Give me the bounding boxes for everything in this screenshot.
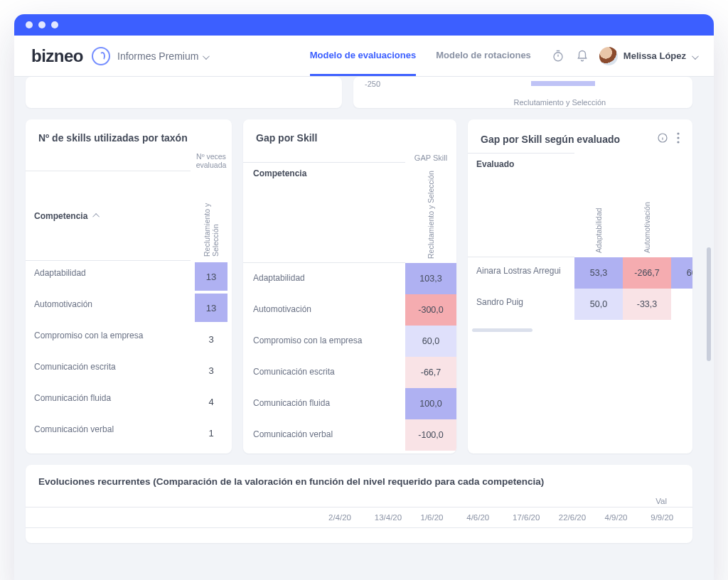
row-cell: 4 — [191, 386, 232, 417]
col-gap-group-top: GAP Skill — [405, 151, 456, 162]
vertical-scrollbar[interactable] — [707, 247, 711, 361]
browser-window: bizneo Informes Premium Modelo de evalua… — [14, 14, 714, 580]
user-name: Melissa López — [623, 50, 686, 61]
row-cell: 60,0 — [405, 326, 456, 357]
content-area: -250 Reclutamiento y Selección Nº de ski… — [14, 77, 714, 580]
col-header: Adaptabilidad — [594, 157, 603, 253]
row-cell: 1 — [191, 417, 232, 449]
col-group-header: Reclutamiento y Selección — [203, 175, 220, 257]
date-header: 17/6/20 — [508, 508, 555, 528]
date-header: 13/4/20 — [370, 508, 417, 528]
top-partial-row: -250 Reclutamiento y Selección — [14, 77, 704, 108]
user-menu[interactable]: Melissa López — [599, 47, 697, 65]
col-competencia-header: Competencia — [243, 162, 405, 263]
col-header: Automotivación — [643, 157, 651, 253]
svg-point-3 — [677, 136, 679, 139]
row-cell: 100,0 — [405, 388, 456, 419]
app-header: bizneo Informes Premium Modelo de evalua… — [14, 36, 714, 77]
row-label: Compromiso con la empresa — [26, 323, 191, 355]
card-title: Nº de skills utilizadas por taxón — [38, 132, 188, 144]
bottom-section: Evoluciones recurrentes (Comparación de … — [26, 465, 692, 543]
tab-rotaciones[interactable]: Modelo de rotaciones — [436, 36, 531, 76]
card-title: Gap por Skill — [256, 132, 317, 144]
row-cell: 3 — [191, 355, 232, 386]
card-skills-por-taxon: Nº de skills utilizadas por taxón Nº vec… — [26, 119, 232, 453]
card-gap-evaluado: Gap por Skill según evaluado Evaluado — [468, 119, 692, 453]
date-header: 9/9/20 — [646, 508, 692, 528]
row-label: Comunicación escrita — [26, 355, 191, 386]
premium-chart-icon — [92, 47, 110, 65]
svg-point-2 — [677, 132, 679, 134]
date-header: 2/4/20 — [324, 508, 370, 528]
row-cell: 0 — [671, 289, 692, 320]
header-icons: Melissa López — [551, 47, 697, 65]
row-cell: -66,7 — [405, 357, 456, 388]
row-cell: 60,0 — [671, 257, 692, 289]
bell-icon[interactable] — [575, 49, 589, 63]
date-header: 4/6/20 — [462, 508, 508, 528]
row-cell: -266,7 — [623, 257, 671, 289]
row-name: Sandro Puig — [468, 289, 574, 320]
mini-legend-label: Reclutamiento y Selección — [514, 98, 606, 107]
row-label: Adaptabilidad — [26, 261, 191, 292]
svg-point-4 — [677, 141, 679, 143]
logo: bizneo — [31, 46, 83, 66]
row-label: Comunicación fluida — [26, 386, 191, 417]
row-cell — [405, 451, 456, 453]
col-count-header: Nº veces evaluada — [191, 151, 232, 171]
window-dot[interactable] — [38, 21, 46, 28]
window-dot[interactable] — [26, 21, 33, 28]
col-evaluado-header: Evaluado — [468, 153, 574, 257]
row-cell: 13 — [191, 261, 232, 292]
date-header: 22/6/20 — [555, 508, 601, 528]
report-selector[interactable]: Informes Premium — [117, 50, 208, 62]
mini-bar — [531, 81, 595, 86]
row-label: Adaptabilidad — [243, 263, 405, 294]
tab-evaluaciones[interactable]: Modelo de evaluaciones — [310, 36, 417, 76]
table-gap-skill: GAP Skill Competencia Reclutamiento y Se… — [243, 151, 456, 453]
report-selector-label: Informes Premium — [117, 50, 198, 62]
row-label: Escucha activa — [243, 451, 405, 453]
horizontal-scrollbar[interactable] — [472, 328, 532, 332]
model-tabs: Modelo de evaluaciones Modelo de rotacio… — [310, 36, 531, 76]
top-card-right: -250 Reclutamiento y Selección — [353, 77, 692, 108]
card-evoluciones: Evoluciones recurrentes (Comparación de … — [26, 465, 692, 543]
row-cell: -100,0 — [405, 419, 456, 451]
table-gap-evaluado: Evaluado Adaptabilidad Automotivación Co… — [468, 153, 692, 320]
more-icon[interactable] — [677, 132, 680, 146]
val-label: Val — [655, 497, 680, 505]
browser-titlebar — [14, 14, 714, 36]
row-cell: -300,0 — [405, 294, 456, 326]
card-title: Gap por Skill según evaluado — [481, 134, 620, 145]
timer-icon[interactable] — [551, 49, 565, 63]
mini-axis-label: -250 — [365, 80, 387, 88]
window-dot[interactable] — [51, 21, 58, 28]
top-card-left — [26, 77, 342, 108]
row-label: Comunicación escrita — [243, 357, 405, 388]
cards-grid: Nº de skills utilizadas por taxón Nº vec… — [14, 119, 704, 453]
date-header: 1/6/20 — [417, 508, 463, 528]
col-group-header: Reclutamiento y Selección — [427, 166, 435, 259]
row-cell: 53,3 — [574, 257, 623, 289]
row-label: Compromiso con la empresa — [243, 326, 405, 357]
row-label: Comunicación verbal — [243, 419, 405, 451]
card-title: Evoluciones recurrentes (Comparación de … — [26, 476, 692, 494]
table-evoluciones: 2/4/2013/4/201/6/204/6/2017/6/2022/6/204… — [26, 507, 692, 543]
chevron-down-icon — [203, 50, 208, 62]
row-label: Comunicación fluida — [243, 388, 405, 419]
row-label: Comunicación verbal — [26, 417, 191, 449]
chevron-down-icon — [692, 50, 697, 63]
row-cell: 13 — [191, 292, 232, 323]
col-header: Compromiso con la empresa — [691, 157, 692, 253]
row-label: Automotivación — [26, 292, 191, 323]
card-gap-skill: Gap por Skill GAP Skill Competencia Recl… — [243, 119, 456, 453]
row-cell: 3 — [191, 323, 232, 355]
row-cell: -33,3 — [623, 289, 671, 320]
table-skills-taxon: Nº veces evaluada Competencia Reclutamie… — [26, 151, 232, 449]
col-competencia-header[interactable]: Competencia — [26, 171, 191, 261]
row-cell: 50,0 — [574, 289, 623, 320]
date-header: 4/9/20 — [601, 508, 647, 528]
row-label: Automotivación — [243, 294, 405, 326]
row-name: Ainara Lostras Arregui — [468, 257, 574, 289]
info-icon[interactable] — [657, 132, 668, 146]
